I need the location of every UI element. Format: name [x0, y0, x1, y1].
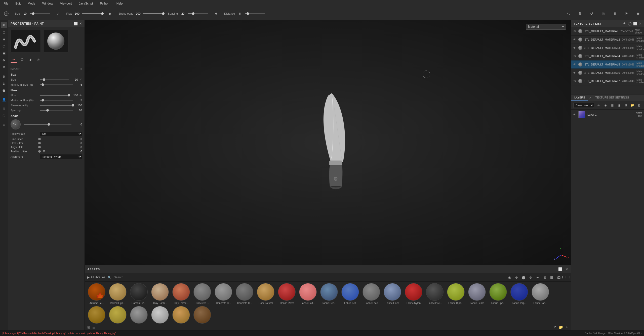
texture-eye-icon[interactable]: 👁 [573, 79, 576, 83]
layer-blend-mode[interactable]: Norm [636, 112, 642, 114]
menu-help[interactable]: Help [115, 1, 124, 6]
texture-item[interactable]: 👁 STL_DEFAULT_MATERIAL5 2048x2048 Main s… [571, 60, 644, 69]
texture-item[interactable]: 👁 STL_DEFAULT_MATERIAL7 2048x2048 Main s… [571, 77, 644, 85]
texture-eye-icon[interactable]: 👁 [573, 63, 576, 66]
position-jitter-thumb[interactable] [38, 150, 41, 153]
tool-clone[interactable]: ⧉ [1, 64, 7, 71]
viewport-main[interactable]: Material ▾ [85, 20, 571, 265]
alignment-select[interactable]: Tangent I Wrap [40, 154, 82, 159]
asset-item[interactable]: Concrete C... [235, 283, 254, 305]
tool-smudge[interactable]: ◈ [1, 36, 7, 42]
asset-item[interactable]: Carbon Fib... [129, 283, 149, 305]
asset-item[interactable]: Fabric Linen [383, 283, 402, 305]
search-input[interactable] [114, 276, 504, 279]
tool-layers2[interactable]: ⊞ [1, 105, 7, 112]
texture-item[interactable]: 👁 STL_DEFAULT_MATERIAL2 2048x2048 Main s… [571, 36, 644, 44]
angle-slider[interactable] [24, 123, 71, 126]
tool-select[interactable]: ▣ [1, 50, 7, 56]
eye-off-icon[interactable]: ◯ [628, 22, 632, 25]
asset-item[interactable]: Clay Earth... [150, 283, 170, 305]
eye-on-icon[interactable]: 👁 [623, 22, 626, 25]
asset-item[interactable]: Fabric Wo... [108, 306, 128, 324]
brush-stroke-preview[interactable] [11, 30, 41, 52]
brush-tab-layers[interactable]: ⬡ [19, 56, 25, 63]
menu-window[interactable]: Window [41, 1, 55, 6]
toolbar-3d-icon[interactable]: ◉ [634, 10, 641, 17]
tool-blur[interactable]: ⊗ [1, 80, 7, 87]
toolbar-pause-icon[interactable]: ⏸ [611, 10, 618, 17]
asset-item[interactable]: Fabric Nylon [404, 283, 423, 305]
toolbar-flag-icon[interactable]: ⚑ [623, 10, 630, 17]
follow-path-select[interactable]: Off [40, 131, 82, 136]
asset-item[interactable]: Fabric Cott... [298, 283, 318, 305]
flow-slider[interactable] [40, 93, 69, 97]
spacing-slider[interactable] [40, 109, 73, 112]
asset-item[interactable]: Fabric Felt [340, 283, 360, 305]
layer-group-icon[interactable]: ⊟ [623, 102, 629, 108]
toolbar-spacing-slider[interactable] [188, 13, 208, 14]
asset-item[interactable]: Cork Natural [256, 283, 275, 305]
min-flow-slider[interactable] [40, 98, 73, 102]
menu-edit[interactable]: Edit [14, 1, 22, 6]
spacing-dot-icon[interactable]: ● [213, 10, 220, 17]
layers-tab-close-icon[interactable]: ✕ [588, 96, 592, 99]
tool-transform[interactable]: ✥ [1, 57, 7, 63]
tool-paint[interactable]: ✏ [1, 22, 7, 28]
texture-item[interactable]: 👁 STL_DEFAULT_MATERIAL6 2048x2048 Main s… [571, 69, 644, 77]
toolbar-flip-v-icon[interactable]: ⇅ [577, 10, 584, 17]
toolbar-flip-h-icon[interactable]: ⇆ [565, 10, 572, 17]
prop-maximize-icon[interactable]: ⬜ [74, 22, 78, 25]
tool-fill[interactable]: ⬡ [1, 43, 7, 49]
min-size-slider[interactable] [40, 83, 73, 86]
toolbar-stroke-slider[interactable] [143, 13, 163, 14]
material-dropdown[interactable]: Material ▾ [526, 24, 566, 30]
library-button[interactable]: ▶ All libraries [87, 276, 105, 279]
layer-eye-icon[interactable]: 👁 [573, 113, 576, 116]
asset-item[interactable]: Fabric Tarp... [509, 283, 529, 305]
texture-item[interactable]: 👁 STL_DEFAULT_MATERIAL3 2048x2048 Main s… [571, 44, 644, 52]
grid-view-icon[interactable]: ⊞ [87, 325, 90, 329]
filter-pen-icon[interactable]: ✒ [535, 275, 540, 280]
texture-eye-icon[interactable]: 👁 [573, 29, 576, 33]
asset-item[interactable]: Concrete ... [192, 283, 212, 305]
size-lock-icon[interactable]: ✓ [79, 78, 82, 81]
brush-tab-opacity[interactable]: ◑ [27, 56, 33, 63]
texture-eye-icon[interactable]: 👁 [573, 71, 576, 75]
texture-item[interactable]: 👁 STL_DEFAULT_MATERIAL 2048x2048 Main sh… [571, 27, 644, 36]
layer-adjust-icon[interactable]: ◈ [603, 102, 609, 108]
tool-polygon[interactable]: ⬟ [1, 87, 7, 94]
layer-item[interactable]: 👁 Layer 1 Norm 100 [571, 110, 644, 120]
angle-jitter-thumb[interactable] [38, 146, 41, 148]
tool-eraser[interactable]: ◻ [1, 29, 7, 35]
menu-python[interactable]: Python [98, 1, 111, 6]
texture-eye-icon[interactable]: 👁 [573, 54, 576, 58]
stroke-opacity-slider[interactable] [40, 104, 73, 107]
brush-rotate-icon[interactable] [3, 10, 10, 17]
asset-item[interactable]: Denim Rivet [277, 283, 297, 305]
filter-view-icon[interactable]: ⋮⋮⋮ [563, 275, 569, 280]
menu-javascript[interactable]: JavaScript [77, 1, 94, 6]
asset-item[interactable]: Fabric Rips... [446, 283, 466, 305]
texture-expand-icon[interactable]: ⬜ [633, 22, 637, 25]
tab-texture-settings[interactable]: TEXTURE SET SETTINGS [592, 94, 632, 101]
tool-picker[interactable]: ⊕ [1, 73, 7, 80]
brush-sphere-preview[interactable] [43, 30, 68, 52]
layer-folder-icon[interactable]: 📁 [630, 102, 635, 108]
add-folder-icon[interactable]: 📁 [559, 325, 563, 329]
angle-widget[interactable] [11, 119, 21, 129]
size-slider[interactable] [40, 78, 69, 81]
asset-item[interactable]: Fabric Spa... [488, 283, 508, 305]
filter-list-icon[interactable]: ☰ [549, 275, 554, 280]
flow-pen-icon[interactable]: ✏ [79, 93, 82, 97]
filter-texture-icon[interactable]: ⬤ [521, 275, 526, 280]
assets-close-icon[interactable]: ✕ [565, 267, 569, 272]
list-view-icon[interactable]: ☰ [92, 325, 96, 329]
asset-item[interactable]: Concrete C... [214, 283, 233, 305]
toolbar-frame-icon[interactable]: ⊞ [600, 10, 607, 17]
layer-mask-icon[interactable]: ◕ [616, 102, 622, 108]
tab-layers[interactable]: LAYERS [571, 94, 588, 101]
asset-item[interactable]: Fabric Seam [467, 283, 487, 305]
filter-grid-icon[interactable]: ⊞ [542, 275, 547, 280]
filter-sphere-icon[interactable]: ◉ [507, 275, 512, 280]
asset-item[interactable]: Gouache P... [171, 306, 191, 324]
